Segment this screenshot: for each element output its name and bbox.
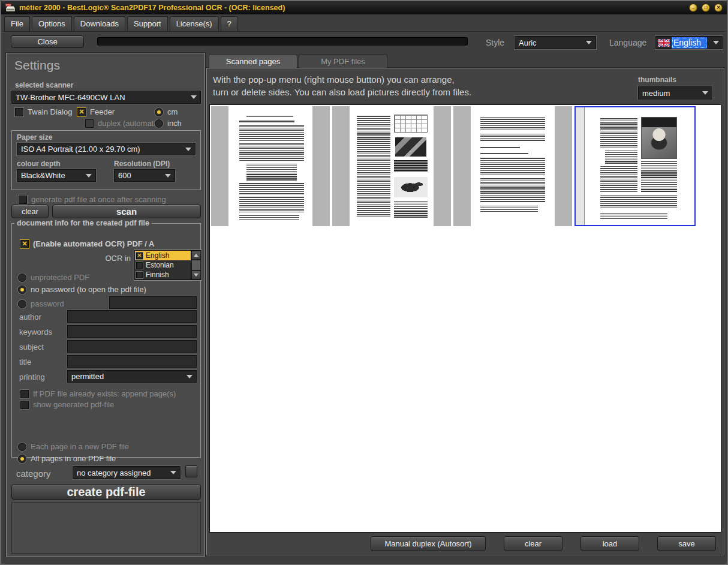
close-button[interactable]: Close — [11, 35, 84, 48]
scan-button[interactable]: scan — [52, 205, 201, 218]
ocr-english-label: English — [146, 251, 169, 260]
ocr-finnish-checkbox[interactable] — [136, 272, 143, 278]
language-select[interactable]: English — [655, 36, 723, 49]
twain-dialog-checkbox[interactable] — [15, 108, 23, 116]
subject-input[interactable] — [67, 340, 197, 353]
printing-select[interactable]: permitted — [67, 370, 197, 383]
manual-duplex-button[interactable]: Manual duplex (Autosort) — [371, 536, 486, 551]
scanner-select[interactable]: TW-Brother MFC-6490CW LAN — [11, 91, 201, 104]
cm-label: cm — [167, 107, 178, 116]
page-column-text — [394, 201, 428, 218]
thumbnails-size-select[interactable]: medium — [638, 86, 712, 100]
page-table-figure — [394, 115, 428, 133]
status-box — [11, 502, 201, 554]
each-page-radio[interactable] — [18, 443, 26, 451]
no-password-label: no password (to open the pdf file) — [31, 285, 146, 294]
ocr-finnish-label: Finnish — [146, 271, 169, 279]
append-field: If PDF file already exists: append page(… — [20, 389, 176, 398]
inch-field: inch — [155, 119, 182, 128]
menu-file[interactable]: File — [4, 16, 30, 31]
ocr-language-english[interactable]: English — [135, 251, 191, 260]
menu-support[interactable]: Support — [127, 16, 168, 31]
chevron-down-icon — [586, 41, 592, 44]
each-page-field: Each page in a new PDF file — [18, 442, 129, 451]
page-paragraph — [239, 125, 304, 141]
append-checkbox[interactable] — [20, 390, 29, 398]
menu-downloads[interactable]: Downloads — [74, 16, 125, 31]
author-input[interactable] — [67, 310, 197, 323]
category-select[interactable]: no category assigned — [73, 466, 181, 479]
no-password-radio[interactable] — [18, 285, 26, 294]
tab-scanned-pages[interactable]: Scanned pages — [209, 54, 297, 68]
generate-pdf-checkbox[interactable] — [19, 196, 27, 204]
selected-scanner-label: selected scanner — [15, 81, 73, 89]
all-pages-radio[interactable] — [18, 455, 26, 463]
scanned-page-thumbnail-2[interactable] — [332, 106, 451, 226]
scroll-down-button[interactable] — [191, 271, 201, 280]
ocr-language-estonian[interactable]: Estonian — [135, 260, 191, 270]
colour-depth-label: colour depth — [17, 160, 61, 168]
scanned-page-thumbnail-1[interactable] — [211, 106, 330, 226]
ocr-language-finnish[interactable]: Finnish — [135, 270, 191, 280]
minimize-icon[interactable]: – — [689, 4, 697, 12]
save-pages-button[interactable]: save — [657, 536, 716, 551]
generate-pdf-field: generate pdf file at once after scanning — [19, 195, 166, 204]
style-select[interactable]: Auric — [515, 36, 596, 49]
password-label: password — [31, 299, 64, 308]
close-icon[interactable]: ✕ — [714, 4, 723, 12]
scanned-page-thumbnail-3[interactable] — [453, 106, 572, 226]
page-illustration-figure — [394, 177, 428, 197]
cm-radio[interactable] — [155, 108, 163, 116]
page-quote-block — [246, 164, 297, 181]
password-input-wrap — [109, 296, 197, 309]
maximize-icon[interactable]: □ — [702, 4, 710, 12]
ocr-list-scrollbar[interactable] — [191, 251, 201, 280]
unprotected-radio[interactable] — [18, 274, 26, 282]
menu-licenses[interactable]: License(s) — [170, 16, 219, 31]
scanned-page-thumbnail-4-selected[interactable] — [574, 106, 696, 226]
show-generated-checkbox[interactable] — [20, 401, 29, 409]
ocr-english-checkbox[interactable] — [136, 253, 143, 259]
gutenberg-portrait-figure — [641, 117, 677, 159]
scroll-up-button[interactable] — [191, 251, 201, 260]
paper-size-group: Paper size ISO A4 Portrait (21.00 x 29.7… — [11, 130, 201, 190]
password-input[interactable] — [109, 296, 197, 309]
chevron-down-icon — [170, 471, 176, 474]
keywords-input[interactable] — [67, 325, 197, 338]
hint-line-1: With the pop-up menu (right mouse button… — [213, 73, 471, 86]
language-value: English — [672, 37, 707, 49]
scrollbar-thumb[interactable] — [191, 260, 201, 271]
hint-line-2: turn or delete sides. You can also load … — [213, 86, 471, 98]
inch-radio[interactable] — [155, 119, 163, 128]
load-pages-button[interactable]: load — [580, 536, 639, 551]
category-edit-button[interactable] — [185, 465, 197, 477]
password-radio[interactable] — [18, 300, 26, 308]
title-input-wrap — [67, 355, 197, 368]
window-title: métier 2000 - BestLogic® Scan2PDF17 Prof… — [19, 4, 285, 12]
page-title-line — [239, 121, 294, 122]
duplex-checkbox[interactable] — [85, 119, 94, 128]
title-input[interactable] — [67, 355, 197, 368]
chevron-down-icon — [86, 174, 92, 178]
tab-my-pdf-files[interactable]: My PDF files — [299, 54, 387, 68]
page-header-line — [246, 116, 293, 117]
resolution-select[interactable]: 600 — [114, 169, 175, 182]
ocr-enable-checkbox[interactable] — [20, 240, 29, 248]
subject-label: subject — [19, 342, 44, 351]
clear-pages-button[interactable]: clear — [504, 536, 562, 551]
twain-dialog-label: Twain Dialog — [28, 107, 72, 116]
page-content — [585, 107, 694, 225]
clear-scan-button[interactable]: clear — [11, 205, 49, 218]
page-content — [350, 106, 434, 226]
paper-size-select[interactable]: ISO A4 Portrait (21.00 x 29.70 cm) — [17, 143, 195, 155]
feeder-checkbox[interactable] — [77, 108, 86, 116]
page-paragraph — [480, 158, 545, 176]
page-paragraph — [600, 195, 677, 209]
create-pdf-button[interactable]: create pdf-file — [11, 484, 201, 500]
ocr-estonian-checkbox[interactable] — [136, 262, 143, 269]
colour-depth-select[interactable]: Black&White — [17, 169, 96, 182]
chevron-down-icon — [713, 41, 719, 44]
ocr-enable-label: (Enable automated OCR) PDF / A — [33, 239, 154, 248]
menu-help[interactable]: ? — [221, 16, 238, 31]
menu-options[interactable]: Options — [32, 16, 72, 31]
